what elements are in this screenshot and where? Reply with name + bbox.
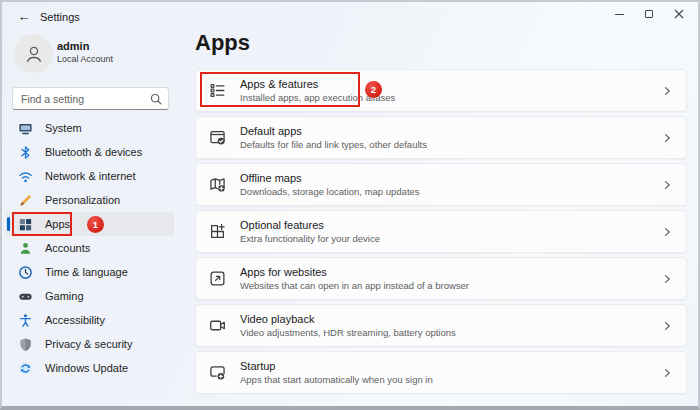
row-optional-features[interactable]: Optional features Extra functionality fo…: [195, 210, 687, 253]
bluetooth-icon: [18, 145, 33, 160]
minimize-button[interactable]: [604, 2, 634, 26]
row-title: Default apps: [240, 125, 661, 137]
optional-features-icon: [209, 223, 226, 240]
maximize-button[interactable]: [634, 2, 664, 26]
close-icon: [674, 9, 684, 19]
row-subtitle: Defaults for file and link types, other …: [240, 139, 661, 150]
sidebar-item-windows-update[interactable]: Windows Update: [6, 356, 174, 380]
video-playback-icon: [209, 317, 226, 334]
person-icon: [22, 42, 46, 66]
window-controls: [604, 2, 694, 26]
sidebar-item-label: Accessibility: [45, 314, 105, 326]
row-text: Apps for websites Websites that can open…: [240, 266, 661, 291]
accessibility-person-icon: [18, 313, 33, 328]
row-default-apps[interactable]: Default apps Defaults for file and link …: [195, 116, 687, 159]
sidebar-item-time-language[interactable]: Time & language: [6, 260, 174, 284]
annotation-step-1-badge: 1: [87, 216, 104, 233]
row-startup[interactable]: Startup Apps that start automatically wh…: [195, 351, 687, 394]
page-title: Apps: [195, 30, 250, 56]
row-text: Default apps Defaults for file and link …: [240, 125, 661, 150]
row-subtitle: Extra functionality for your device: [240, 233, 661, 244]
clock-globe-icon: [18, 265, 33, 280]
chevron-right-icon: [661, 226, 673, 238]
gamepad-icon: [18, 289, 33, 304]
annotation-box-apps: [12, 212, 72, 236]
sidebar-item-privacy-security[interactable]: Privacy & security: [6, 332, 174, 356]
titlebar: ← Settings: [2, 2, 698, 32]
sidebar-item-label: Windows Update: [45, 362, 128, 374]
row-subtitle: Apps that start automatically when you s…: [240, 374, 661, 385]
sidebar-item-label: Personalization: [45, 194, 120, 206]
settings-window: ← Settings admin Local Account Sys: [0, 0, 700, 410]
row-subtitle: Downloads, storage location, map updates: [240, 186, 661, 197]
sidebar-nav: System Bluetooth & devices Network & int…: [6, 116, 180, 380]
brush-icon: [18, 193, 33, 208]
selection-pill: [7, 217, 10, 231]
row-title: Startup: [240, 360, 661, 372]
back-button[interactable]: ←: [14, 8, 34, 26]
sidebar-item-label: Time & language: [45, 266, 128, 278]
sidebar-item-system[interactable]: System: [6, 116, 174, 140]
row-text: Video playback Video adjustments, HDR st…: [240, 313, 661, 338]
sidebar-item-label: Accounts: [45, 242, 90, 254]
accounts-person-icon: [18, 241, 33, 256]
minimize-icon: [615, 14, 624, 15]
search-box: [12, 87, 169, 110]
row-title: Apps for websites: [240, 266, 661, 278]
chevron-right-icon: [661, 273, 673, 285]
sidebar-item-label: Gaming: [45, 290, 84, 302]
sidebar-item-gaming[interactable]: Gaming: [6, 284, 174, 308]
sidebar-item-label: Network & internet: [45, 170, 135, 182]
settings-list: Apps & features Installed apps, app exec…: [195, 69, 687, 398]
default-apps-icon: [209, 129, 226, 146]
row-text: Offline maps Downloads, storage location…: [240, 172, 661, 197]
avatar[interactable]: [14, 34, 53, 73]
apps-for-websites-icon: [209, 270, 226, 287]
search-input[interactable]: [13, 88, 168, 109]
chevron-right-icon: [661, 132, 673, 144]
offline-maps-icon: [209, 176, 226, 193]
close-button[interactable]: [664, 2, 694, 26]
row-offline-maps[interactable]: Offline maps Downloads, storage location…: [195, 163, 687, 206]
chevron-right-icon: [661, 320, 673, 332]
row-title: Offline maps: [240, 172, 661, 184]
startup-icon: [209, 364, 226, 381]
shield-icon: [18, 337, 33, 352]
sidebar-item-accessibility[interactable]: Accessibility: [6, 308, 174, 332]
annotation-box-apps-features: [200, 72, 360, 107]
row-title: Optional features: [240, 219, 661, 231]
row-title: Video playback: [240, 313, 661, 325]
row-subtitle: Video adjustments, HDR streaming, batter…: [240, 327, 661, 338]
search-icon: [149, 92, 163, 106]
row-subtitle: Websites that can open in an app instead…: [240, 280, 661, 291]
sidebar-item-network-internet[interactable]: Network & internet: [6, 164, 174, 188]
sidebar-item-bluetooth-devices[interactable]: Bluetooth & devices: [6, 140, 174, 164]
row-text: Optional features Extra functionality fo…: [240, 219, 661, 244]
chevron-right-icon: [661, 85, 673, 97]
sidebar-item-personalization[interactable]: Personalization: [6, 188, 174, 212]
maximize-icon: [645, 10, 653, 18]
window-title: Settings: [40, 11, 80, 23]
wifi-icon: [18, 169, 33, 184]
sidebar-item-accounts[interactable]: Accounts: [6, 236, 174, 260]
update-arrows-icon: [18, 361, 33, 376]
row-text: Startup Apps that start automatically wh…: [240, 360, 661, 385]
profile-name: admin: [57, 40, 89, 52]
sidebar-item-label: System: [45, 122, 82, 134]
system-icon: [18, 121, 33, 136]
row-apps-for-websites[interactable]: Apps for websites Websites that can open…: [195, 257, 687, 300]
chevron-right-icon: [661, 179, 673, 191]
row-video-playback[interactable]: Video playback Video adjustments, HDR st…: [195, 304, 687, 347]
sidebar-item-label: Privacy & security: [45, 338, 132, 350]
sidebar-item-label: Bluetooth & devices: [45, 146, 142, 158]
chevron-right-icon: [661, 367, 673, 379]
profile-account-type: Local Account: [57, 54, 113, 64]
annotation-step-2-badge: 2: [365, 81, 382, 98]
